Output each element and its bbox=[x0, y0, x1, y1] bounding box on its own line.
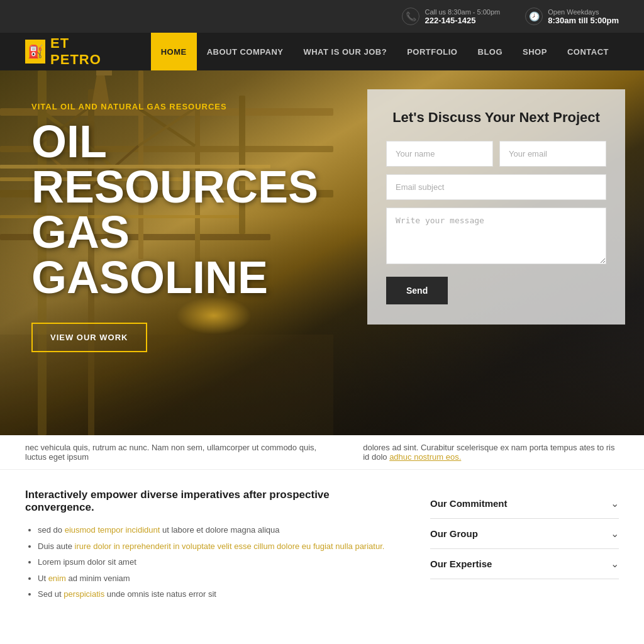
list-item: Ut enim ad minim veniam bbox=[38, 572, 392, 585]
accordion-group[interactable]: Our Group ⌄ bbox=[430, 519, 619, 549]
text-strip: nec vehicula quis, rutrum ac nunc. Nam n… bbox=[0, 435, 644, 470]
top-bar: 📞 Call us 8:30am - 5:00pm 222-145-1425 🕗… bbox=[0, 0, 644, 33]
name-input[interactable] bbox=[386, 141, 493, 167]
send-button[interactable]: Send bbox=[386, 277, 448, 304]
phone-label: Call us 8:30am - 5:00pm bbox=[425, 8, 500, 16]
nav-shop[interactable]: SHOP bbox=[513, 33, 557, 70]
logo-icon: ⛽ bbox=[25, 40, 45, 64]
clock-icon: 🕗 bbox=[525, 8, 543, 25]
list-item: Duis aute irure dolor in reprehenderit i… bbox=[38, 540, 392, 553]
accordion-commitment[interactable]: Our Commitment ⌄ bbox=[430, 489, 619, 519]
hero-title: OIL RESOURCES GAS GASOLINE bbox=[31, 119, 302, 300]
hero-subtitle: VITAL OIL AND NATURAL GAS RESOURCES bbox=[31, 102, 302, 111]
list-item: Sed ut perspiciatis unde omnis iste natu… bbox=[38, 588, 392, 601]
nav-home[interactable]: HOME bbox=[151, 33, 197, 70]
subject-input[interactable] bbox=[386, 174, 606, 200]
hours-info: 🕗 Open Weekdays 8:30am till 5:00pm bbox=[525, 8, 619, 25]
main-content-area: Interactively empower diverse imperative… bbox=[0, 470, 644, 625]
hours-label: Open Weekdays bbox=[548, 8, 619, 16]
main-nav: HOME ABOUT COMPANY WHAT IS OUR JOB? PORT… bbox=[151, 33, 619, 70]
list-link[interactable]: enim bbox=[48, 574, 66, 583]
hours-value: 8:30am till 5:00pm bbox=[548, 16, 619, 25]
hero-content: VITAL OIL AND NATURAL GAS RESOURCES OIL … bbox=[0, 70, 333, 352]
phone-info: 📞 Call us 8:30am - 5:00pm 222-145-1425 bbox=[402, 8, 500, 25]
text-strip-left: nec vehicula quis, rutrum ac nunc. Nam n… bbox=[25, 443, 338, 462]
hero-line1: OIL bbox=[31, 119, 302, 164]
contact-form-title: Let's Discuss Your Next Project bbox=[386, 109, 606, 126]
nav-portfolio[interactable]: PORTFOLIO bbox=[397, 33, 467, 70]
main-heading: Interactively empower diverse imperative… bbox=[25, 489, 392, 514]
form-name-email-row bbox=[386, 141, 606, 167]
text-strip-right: dolores ad sint. Curabitur scelerisque e… bbox=[363, 443, 619, 462]
chevron-down-icon: ⌄ bbox=[611, 528, 619, 540]
hero-line4: GASOLINE bbox=[31, 255, 302, 300]
contact-form: Let's Discuss Your Next Project Send bbox=[367, 89, 625, 325]
header: ⛽ ET PETRO HOME ABOUT COMPANY WHAT IS OU… bbox=[0, 33, 644, 70]
chevron-down-icon: ⌄ bbox=[611, 558, 619, 570]
hero-line3: GAS bbox=[31, 209, 302, 255]
chevron-down-icon: ⌄ bbox=[611, 497, 619, 509]
list-link[interactable]: perspiciatis bbox=[64, 589, 104, 599]
main-right-column: Our Commitment ⌄ Our Group ⌄ Our Experti… bbox=[430, 489, 619, 606]
phone-icon: 📞 bbox=[402, 8, 419, 25]
nav-about[interactable]: ABOUT COMPANY bbox=[197, 33, 294, 70]
accordion-expertise[interactable]: Our Expertise ⌄ bbox=[430, 549, 619, 579]
accordion-title: Our Expertise bbox=[430, 558, 492, 569]
lower-section: nec vehicula quis, rutrum ac nunc. Nam n… bbox=[0, 435, 644, 625]
accordion-title: Our Commitment bbox=[430, 498, 508, 509]
logo[interactable]: ⛽ ET PETRO bbox=[25, 35, 113, 68]
hero-section: VITAL OIL AND NATURAL GAS RESOURCES OIL … bbox=[0, 70, 644, 435]
nav-job[interactable]: WHAT IS OUR JOB? bbox=[293, 33, 397, 70]
logo-text: ET PETRO bbox=[50, 35, 113, 68]
nav-blog[interactable]: BLOG bbox=[468, 33, 513, 70]
nav-contact[interactable]: CONTACT bbox=[557, 33, 619, 70]
list-link[interactable]: irure dolor in reprehenderit in voluptat… bbox=[75, 541, 385, 551]
hero-line2: RESOURCES bbox=[31, 164, 302, 209]
bullet-list: sed do eiusmod tempor incididunt ut labo… bbox=[25, 524, 392, 601]
view-work-button[interactable]: VIEW OUR WORK bbox=[31, 323, 147, 352]
list-item: Lorem ipsum dolor sit amet bbox=[38, 556, 392, 569]
accordion-title: Our Group bbox=[430, 528, 478, 539]
phone-number: 222-145-1425 bbox=[425, 16, 500, 25]
list-item: sed do eiusmod tempor incididunt ut labo… bbox=[38, 524, 392, 536]
message-textarea[interactable] bbox=[386, 208, 606, 264]
list-link[interactable]: eiusmod tempor incididunt bbox=[65, 525, 160, 535]
strip-link[interactable]: adhuc nostrum eos. bbox=[389, 452, 461, 462]
email-input[interactable] bbox=[499, 141, 606, 167]
main-left-column: Interactively empower diverse imperative… bbox=[25, 489, 392, 606]
